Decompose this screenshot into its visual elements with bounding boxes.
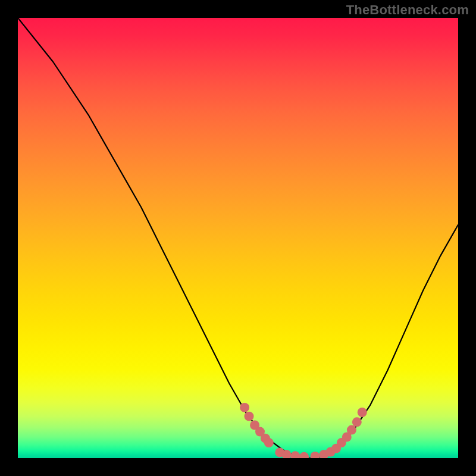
- threshold-dot: [347, 425, 356, 435]
- threshold-dot: [290, 451, 300, 458]
- chart-frame: TheBottleneck.com: [0, 0, 476, 476]
- threshold-dot: [245, 412, 254, 421]
- curve-svg: [18, 18, 458, 458]
- threshold-dot: [311, 452, 320, 458]
- attribution-text: TheBottleneck.com: [346, 2, 469, 18]
- threshold-dot: [299, 452, 309, 458]
- bottleneck-curve: [18, 18, 458, 458]
- threshold-dot: [352, 417, 362, 427]
- threshold-dots: [240, 403, 367, 458]
- plot-area: [18, 18, 458, 458]
- threshold-dot: [358, 408, 367, 417]
- threshold-dot: [240, 403, 249, 412]
- threshold-dot: [264, 438, 274, 447]
